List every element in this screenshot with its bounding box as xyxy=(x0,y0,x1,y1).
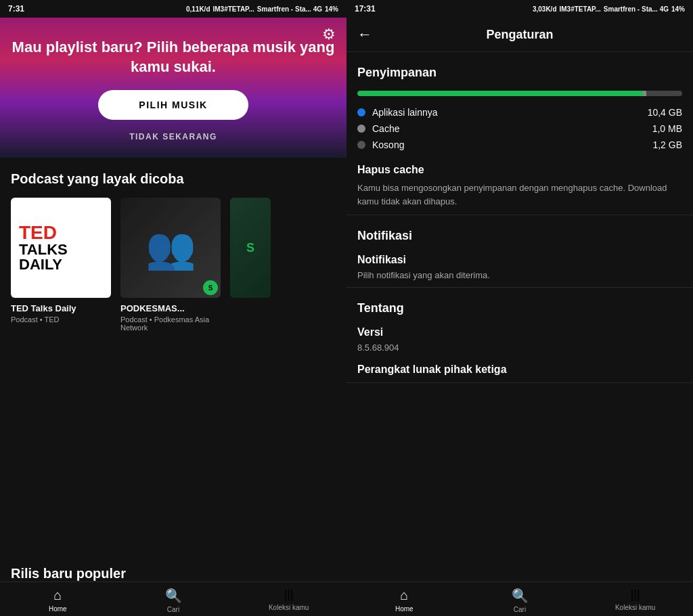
dot-app xyxy=(357,108,365,116)
ted-text-daily: DAILY xyxy=(19,257,62,272)
hapus-cache-title: Hapus cache xyxy=(357,164,682,176)
network-speed-right: 3,03K/d xyxy=(533,5,557,13)
app-value: 10,4 GB xyxy=(648,107,682,118)
podkesmas-podcast-name: PODKESMAS... xyxy=(120,303,221,313)
notif-section-title: Notifikasi xyxy=(357,229,682,243)
third-thumbnail: S xyxy=(230,198,271,298)
home-label-right: Home xyxy=(395,605,413,613)
nav-cari-right[interactable]: 🔍 Cari xyxy=(462,588,578,613)
koleksi-icon-left: ||| xyxy=(284,588,294,602)
nav-home-left[interactable]: ⌂ Home xyxy=(0,588,116,613)
legend-app-left: Aplikasi lainnya xyxy=(357,107,438,118)
version-value: 8.5.68.904 xyxy=(357,343,682,353)
legend-empty: Kosong 1,2 GB xyxy=(357,139,682,150)
cari-label-right: Cari xyxy=(514,606,526,613)
carrier1-right: IM3#TETAP... xyxy=(560,5,601,13)
carrier1-left: IM3#TETAP... xyxy=(213,5,254,13)
ted-podcast-meta: Podcast • TED xyxy=(11,315,111,324)
podcast-row: TED TALKS DAILY TED Talks Daily Podcast … xyxy=(11,198,336,332)
podcast-card-third[interactable]: S xyxy=(230,198,271,332)
podkesmas-podcast-meta: Podcast • Podkesmas Asia Network xyxy=(120,315,221,332)
settings-header: ← Pengaturan xyxy=(346,18,693,52)
version-label: Versi xyxy=(357,326,682,338)
bottom-nav-left: ⌂ Home 🔍 Cari ||| Koleksi kamu xyxy=(0,581,346,616)
pilih-musik-button[interactable]: PILIH MUSIK xyxy=(98,90,248,120)
bottom-nav-right: ⌂ Home 🔍 Cari ||| Koleksi kamu xyxy=(346,581,693,616)
empty-value: 1,2 GB xyxy=(652,139,682,150)
koleksi-label-right: Koleksi kamu xyxy=(615,604,655,611)
status-right-icons-right: 3,03K/d IM3#TETAP... Smartfren - Sta... … xyxy=(533,5,685,13)
ted-text-ted: TED xyxy=(19,223,57,242)
status-right-icons-left: 0,11K/d IM3#TETAP... Smartfren - Sta... … xyxy=(186,5,338,13)
cache-label: Cache xyxy=(372,123,399,134)
empty-label: Kosong xyxy=(372,139,404,150)
dot-cache xyxy=(357,125,365,133)
ted-thumbnail: TED TALKS DAILY xyxy=(11,198,111,298)
right-panel: 17:31 3,03K/d IM3#TETAP... Smartfren - S… xyxy=(346,0,693,616)
home-label-left: Home xyxy=(49,605,67,613)
podcast-card-ted[interactable]: TED TALKS DAILY TED Talks Daily Podcast … xyxy=(11,198,111,332)
hapus-cache-desc: Kamu bisa mengosongkan penyimpanan denga… xyxy=(357,181,682,208)
network-speed-left: 0,11K/d xyxy=(186,5,210,13)
legend-cache-left: Cache xyxy=(357,123,399,134)
back-button[interactable]: ← xyxy=(357,26,372,43)
dot-empty xyxy=(357,141,365,149)
home-icon-right: ⌂ xyxy=(400,588,408,603)
legend-app: Aplikasi lainnya 10,4 GB xyxy=(357,107,682,118)
storage-section: Penyimpanan Aplikasi lainnya 10,4 GB xyxy=(346,52,693,215)
notif-item-title: Notifikasi xyxy=(357,254,682,266)
podcast-section-title: Podcast yang layak dicoba xyxy=(11,171,336,187)
battery-right: 14% xyxy=(671,5,685,13)
app-label: Aplikasi lainnya xyxy=(372,107,438,118)
nav-koleksi-right[interactable]: ||| Koleksi kamu xyxy=(577,588,693,613)
cari-label-left: Cari xyxy=(167,606,179,613)
about-section: Tentang Versi 8.5.68.904 Perangkat lunak… xyxy=(346,288,693,383)
settings-content: Penyimpanan Aplikasi lainnya 10,4 GB xyxy=(346,52,693,581)
legend-empty-left: Kosong xyxy=(357,139,404,150)
nav-koleksi-left[interactable]: ||| Koleksi kamu xyxy=(231,588,346,613)
battery-left: 14% xyxy=(325,5,338,13)
search-icon-right: 🔍 xyxy=(512,588,529,604)
third-icon: S xyxy=(246,241,254,255)
search-icon-left: 🔍 xyxy=(165,588,182,604)
storage-legend: Aplikasi lainnya 10,4 GB Cache 1,0 MB Ko… xyxy=(357,107,682,150)
nav-home-right[interactable]: ⌂ Home xyxy=(346,588,462,613)
notif-item-desc: Pilih notifikasi yang akan diterima. xyxy=(357,270,682,280)
nav-cari-left[interactable]: 🔍 Cari xyxy=(116,588,231,613)
people-icon: 👥 xyxy=(146,224,196,272)
rilis-title: Rilis baru populer xyxy=(11,566,336,581)
notification-section: Notifikasi Notifikasi Pilih notifikasi y… xyxy=(346,215,693,288)
storage-bar-used xyxy=(357,91,643,96)
koleksi-icon-right: ||| xyxy=(631,588,640,602)
left-panel: 7:31 0,11K/d IM3#TETAP... Smartfren - St… xyxy=(0,0,346,616)
carrier2-left: Smartfren - Sta... 4G xyxy=(257,5,322,13)
hero-section: ⚙ Mau playlist baru? Pilih beberapa musi… xyxy=(0,18,346,158)
podcast-section: Podcast yang layak dicoba TED TALKS DAIL… xyxy=(0,158,346,555)
settings-page-title: Pengaturan xyxy=(486,28,553,42)
status-bar-right: 17:31 3,03K/d IM3#TETAP... Smartfren - S… xyxy=(346,0,693,18)
time-right: 17:31 xyxy=(355,4,376,14)
koleksi-label-left: Koleksi kamu xyxy=(269,604,309,611)
podcast-card-podkesmas[interactable]: 👥 S PODKESMAS... Podcast • Podkesmas Asi… xyxy=(120,198,221,332)
storage-section-title: Penyimpanan xyxy=(357,66,682,80)
storage-bar-empty xyxy=(646,91,682,96)
rilis-section: Rilis baru populer xyxy=(0,555,346,581)
ted-podcast-name: TED Talks Daily xyxy=(11,303,111,313)
third-party-label: Perangkat lunak pihak ketiga xyxy=(357,364,682,376)
time-left: 7:31 xyxy=(8,4,24,14)
cache-value: 1,0 MB xyxy=(652,123,682,134)
spotify-badge: S xyxy=(203,280,218,295)
tidak-sekarang-link[interactable]: TIDAK SEKARANG xyxy=(129,132,217,141)
settings-icon[interactable]: ⚙ xyxy=(322,26,336,43)
ted-text-talks: TALKS xyxy=(19,242,68,257)
carrier2-right: Smartfren - Sta... 4G xyxy=(604,5,669,13)
legend-cache: Cache 1,0 MB xyxy=(357,123,682,134)
podkesmas-thumbnail: 👥 S xyxy=(120,198,221,298)
hero-title: Mau playlist baru? Pilih beberapa musik … xyxy=(11,38,336,76)
home-icon-left: ⌂ xyxy=(53,588,62,603)
about-section-title: Tentang xyxy=(357,301,682,315)
status-bar-left: 7:31 0,11K/d IM3#TETAP... Smartfren - St… xyxy=(0,0,346,18)
storage-bar xyxy=(357,91,682,96)
podkesmas-image: 👥 S xyxy=(120,198,221,298)
